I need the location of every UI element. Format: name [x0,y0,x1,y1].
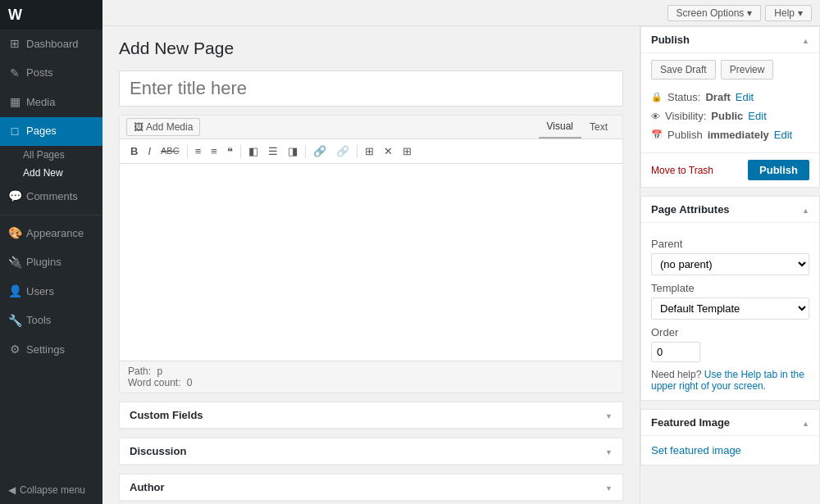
toolbar-fullscreen[interactable]: ⊞ [399,143,416,159]
order-input[interactable] [651,342,700,362]
sidebar-sub-all-pages[interactable]: All Pages [0,146,102,164]
collapse-arrow-icon: ◀ [8,484,16,496]
toolbar-sep-2 [240,145,241,158]
content-area: Add New Page 🖼 Add Media Visual Text [102,26,820,504]
toolbar-unlink[interactable]: 🔗 [332,143,353,159]
eye-icon: 👁 [651,111,660,121]
sidebar-item-tools[interactable]: 🔧 Tools [0,306,102,336]
discussion-chevron [605,445,613,457]
set-featured-image-link[interactable]: Set featured image [651,444,741,456]
admin-sidebar: W ⊞ Dashboard ✎ Posts ▦ Media □ Pages Al… [0,0,102,504]
posts-icon: ✎ [8,66,21,82]
sidebar-item-settings[interactable]: ⚙ Settings [0,335,102,365]
custom-fields-header[interactable]: Custom Fields [120,402,622,429]
toolbar-align-right[interactable]: ◨ [284,143,302,159]
editor-footer: Path: p Word count: 0 [120,361,622,393]
preview-button[interactable]: Preview [721,60,774,79]
tab-text[interactable]: Text [581,116,616,138]
pin-icon: 🔒 [651,92,663,102]
tools-icon: 🔧 [8,313,21,329]
plugins-icon: 🔌 [8,255,21,271]
author-header[interactable]: Author [120,474,622,501]
discussion-meta-box: Discussion [119,438,623,465]
template-select[interactable]: Default Template [651,297,809,320]
help-text: Need help? Use the Help tab in the upper… [651,369,809,392]
calendar-icon: 📅 [651,129,663,140]
sidebar-item-plugins[interactable]: 🔌 Plugins [0,248,102,278]
comments-icon: 💬 [8,188,21,205]
dashboard-icon: ⊞ [8,36,21,52]
publish-panel: Publish Save Draft Preview 🔒 Status: Dra… [640,26,820,188]
collapse-menu-button[interactable]: ◀ Collapse menu [0,476,102,504]
settings-icon: ⚙ [8,342,21,358]
add-media-button[interactable]: 🖼 Add Media [126,118,200,136]
pages-icon: □ [8,124,21,140]
chevron-down-icon: ▾ [747,7,752,19]
toolbar-strikethrough[interactable]: ABC [157,144,184,158]
toolbar-ul[interactable]: ≡ [191,143,206,159]
main-area: Screen Options ▾ Help ▾ Add New Page 🖼 A… [102,0,820,504]
sidebar-item-media[interactable]: ▦ Media [0,88,102,117]
publish-chevron-icon [802,34,809,46]
tab-visual[interactable]: Visual [539,116,581,138]
sidebar-sub-add-new[interactable]: Add New [0,164,102,182]
publish-top-buttons: Save Draft Preview [641,53,819,79]
add-media-icon: 🖼 [134,121,144,133]
visibility-row: 👁 Visibility: Public Edit [651,107,809,125]
publish-actions: Move to Trash Publish [641,152,819,187]
appearance-icon: 🎨 [8,225,21,242]
toolbar-italic[interactable]: I [144,143,155,159]
toolbar-link[interactable]: 🔗 [309,143,330,159]
editor-area: Add New Page 🖼 Add Media Visual Text [102,26,640,504]
visibility-edit-link[interactable]: Edit [748,110,766,122]
editor-tab-left: 🖼 Add Media [126,118,200,136]
page-title-input[interactable] [119,70,623,107]
help-button[interactable]: Help ▾ [765,5,812,21]
author-meta-box: Author [119,474,623,502]
sidebar-item-comments[interactable]: 💬 Comments [0,182,102,211]
parent-select[interactable]: (no parent) [651,253,809,275]
status-edit-link[interactable]: Edit [736,91,754,103]
custom-fields-chevron [605,409,613,421]
featured-image-panel: Featured Image Set featured image [640,409,820,465]
sidebar-item-pages[interactable]: □ Pages [0,117,102,147]
word-count-label: Word count: [128,377,180,388]
sidebar-item-posts[interactable]: ✎ Posts [0,59,102,89]
word-count-value: 0 [187,377,193,388]
editor-box: 🖼 Add Media Visual Text B I ABC ≡ ≡ [119,115,623,393]
screen-options-button[interactable]: Screen Options ▾ [667,5,762,21]
save-draft-button[interactable]: Save Draft [651,60,716,79]
status-row: 🔒 Status: Draft Edit [651,88,809,107]
toolbar-blockquote[interactable]: ❝ [223,143,237,159]
page-title: Add New Page [119,39,623,58]
featured-image-chevron-icon [802,416,809,429]
editor-content[interactable] [120,164,622,361]
right-sidebar: Publish Save Draft Preview 🔒 Status: Dra… [640,26,820,504]
publish-time-edit-link[interactable]: Edit [774,129,792,141]
publish-button[interactable]: Publish [748,160,809,180]
editor-tabs: 🖼 Add Media Visual Text [120,116,622,139]
sidebar-item-users[interactable]: 👤 Users [0,277,102,306]
users-icon: 👤 [8,284,21,300]
path-value: p [157,366,162,377]
toolbar-sep-4 [357,145,358,158]
toolbar-table[interactable]: ⊞ [361,143,378,159]
toolbar-more[interactable]: ✕ [380,143,397,159]
page-attributes-body: Parent (no parent) Template Default Temp… [641,223,819,400]
toolbar-ol[interactable]: ≡ [207,143,221,159]
move-to-trash-button[interactable]: Move to Trash [651,165,713,176]
page-attributes-panel: Page Attributes Parent (no parent) Templ… [640,196,820,401]
path-label: Path: [128,366,151,377]
publish-panel-header: Publish [641,27,819,53]
sidebar-item-appearance[interactable]: 🎨 Appearance [0,219,102,248]
parent-label: Parent [651,238,809,250]
toolbar-align-center[interactable]: ☰ [264,143,282,159]
page-attributes-header: Page Attributes [641,197,819,223]
discussion-header[interactable]: Discussion [120,438,622,465]
view-tabs: Visual Text [539,116,616,138]
toolbar-align-left[interactable]: ◧ [244,143,262,159]
topbar: Screen Options ▾ Help ▾ [102,0,820,26]
toolbar-bold[interactable]: B [126,143,142,159]
sidebar-item-dashboard[interactable]: ⊞ Dashboard [0,30,102,59]
chevron-down-icon-help: ▾ [798,7,803,19]
